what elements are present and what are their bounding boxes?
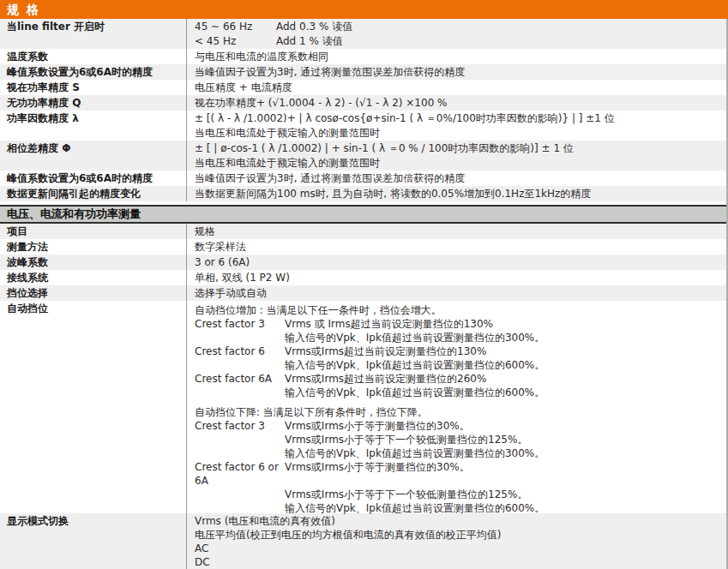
value-line: 45 ~ 66 Hz Add 0.3 % 读值 [195,20,723,34]
crest-factor-condition: Vrms或Irms超过当前设定测量挡位的130% [285,344,723,358]
page-title: 规 格 [7,3,40,16]
crest-factor-line: 输入信号的Vpk、Ipk值超过当前设置测量挡位的300%。 [195,331,723,344]
crest-factor-condition: Vrms或Irms小于等于下一个较低测量挡位的125%。 [285,433,723,446]
auto-range-down-title: 自动挡位下降: 当满足以下所有条件时，挡位下降。 [195,405,723,419]
crest-factor-condition: Vrms 或 Irms超过当前设定测量挡位的130% [285,317,723,331]
table-row: 温度系数 与电压和电流的温度系数相同 [0,49,728,64]
table-row: 峰值系数设置为6或6A时的精度 当峰值因子设置为3时, 通过将测量范围误差加倍获… [0,171,728,186]
row-value: 规格 [186,224,728,239]
row-value: 3 or 6 (6A) [186,255,728,270]
formula-text: ± [ | ø-cos-1 ( λ /1.0002) | + sin-1 ( λ… [195,141,723,156]
crest-factor-name: Crest factor 3 [195,419,285,433]
blank-line [195,399,723,405]
crest-factor-condition: 输入信号的Vpk、Ipk值超过当前设置测量挡位的600%。 [285,386,723,399]
row-value: 45 ~ 66 Hz Add 0.3 % 读值 < 45 Hz Add 1 % … [186,19,728,49]
table-row: 测量方法 数字采样法 [0,239,728,255]
row-value: ± [ | ø-cos-1 ( λ /1.0002) | + sin-1 ( λ… [186,141,728,171]
table-row: 挡位选择 选择手动或自动 [0,285,728,301]
row-value: 当峰值因子设置为3时, 通过将测量范围误差加倍获得的精度 [186,64,728,80]
crest-factor-condition: 输入信号的Vpk、Ipk值超过当前设置测量挡位的600%。 [285,358,723,372]
crest-factor-line: 输入信号的Vpk、Ipk值超过当前设置测量挡位的600%。 [195,386,723,399]
crest-factor-condition: Vrms或Irms超过当前设定测量挡位的260% [285,372,723,386]
row-value: 单相, 双线 (1 P2 W) [186,270,728,285]
crest-factor-condition: 输入信号的Vpk、Ipk值超过当前设置测量挡位的300%。 [285,331,723,344]
crest-factor-condition: Vrms或Irms小于等于测量挡位的30%。 [285,419,723,433]
crest-factor-line: Crest factor 6 Vrms或Irms超过当前设定测量挡位的130% [195,344,723,358]
row-value: 当峰值因子设置为3时, 通过将测量范围误差加倍获得的精度 [186,171,728,186]
display-mode-option: Vrms (电压和电流的真有效值) [195,514,723,528]
crest-factor-line: Crest factor 3 Vrms 或 Irms超过当前设定测量挡位的130… [195,317,723,331]
crest-factor-name: Crest factor 6 [195,344,285,358]
row-value: 与电压和电流的温度系数相同 [186,49,728,64]
row-label: 自动挡位 [0,301,186,316]
table-row: 相位差精度 Φ ± [ | ø-cos-1 ( λ /1.0002) | + s… [0,141,728,171]
formula-note: 当电压和电流处于额定输入的测量范围时 [195,156,723,171]
row-label: 峰值系数设置为6或6A时的精度 [0,171,186,186]
table-row: 接线系统 单相, 双线 (1 P2 W) [0,270,728,285]
crest-factor-line: Vrms或Irms小于等于下一个较低测量挡位的125%。 [195,488,723,501]
row-label: 温度系数 [0,49,186,64]
result-text: Add 0.3 % 读值 [276,20,352,34]
crest-factor-line: Crest factor 6 or 6A Vrms或Irms小于等于测量挡位的3… [195,460,723,488]
table-row: 视在功率精度 S 电压精度 + 电流精度 [0,80,728,95]
result-text: Add 1 % 读值 [276,34,343,49]
crest-factor-line: 输入信号的Vpk、Ipk值超过当前设置测量挡位的600%。 [195,358,723,372]
crest-factor-name [195,331,285,344]
crest-factor-condition: 输入信号的Vpk、Ipk值超过当前设置测量挡位的300%。 [285,446,723,460]
row-label: 数据更新间隔引起的精度变化 [0,186,186,201]
row-label: 项目 [0,224,186,239]
condition-text: 45 ~ 66 Hz [195,20,276,34]
row-value: 电压精度 + 电流精度 [186,80,728,95]
row-value: 当数据更新间隔为100 ms时, 且为自动时, 将读数的0.05%增加到0.1H… [186,186,728,201]
row-label: 功率因数精度 λ [0,111,186,126]
crest-factor-name [195,386,285,399]
crest-factor-line: Crest factor 6A Vrms或Irms超过当前设定测量挡位的260% [195,372,723,386]
formula-text: ± [( λ - λ /1.0002)+ | λ cosø-cos{ø+sin-… [195,111,723,126]
spec-table: 当line filter 开启时 45 ~ 66 Hz Add 0.3 % 读值… [0,19,728,201]
crest-factor-name: Crest factor 6A [195,372,285,386]
row-value: 选择手动或自动 [186,285,728,301]
display-mode-option: AC [195,542,723,555]
row-value: 视在功率精度+ (√1.0004 - λ 2) - (√1 - λ 2) ×10… [186,95,728,111]
row-value: 自动挡位增加 : 当满足以下任一条件时，挡位会增大。 Crest factor … [186,301,728,513]
crest-factor-name [195,358,285,372]
crest-factor-line: Vrms或Irms小于等于下一个较低测量挡位的125%。 [195,433,723,446]
auto-range-up-title: 自动挡位增加 : 当满足以下任一条件时，挡位会增大。 [195,303,723,317]
table-row: 无功功率精度 Q 视在功率精度+ (√1.0004 - λ 2) - (√1 -… [0,95,728,111]
row-label: 挡位选择 [0,285,186,301]
row-label: 测量方法 [0,239,186,255]
crest-factor-name: Crest factor 6 or 6A [195,460,285,488]
condition-text: < 45 Hz [195,34,276,49]
display-mode-option: DC [195,555,723,569]
crest-factor-line: Crest factor 3 Vrms或Irms小于等于测量挡位的30%。 [195,419,723,433]
row-label: 无功功率精度 Q [0,95,186,111]
table-row: 当line filter 开启时 45 ~ 66 Hz Add 0.3 % 读值… [0,19,728,49]
row-value: ± [( λ - λ /1.0002)+ | λ cosø-cos{ø+sin-… [186,111,728,141]
section-title: 电压、电流和有功功率测量 [7,207,141,220]
table-row: 波峰系数 3 or 6 (6A) [0,255,728,270]
manual-spec-page: 规 格 当line filter 开启时 45 ~ 66 Hz Add 0.3 … [0,0,728,569]
row-label: 视在功率精度 S [0,80,186,95]
display-mode-option: 电压平均值(校正到电压的均方根值和电流的真有效值的校正平均值) [195,528,723,542]
page-title-bar: 规 格 [0,0,728,19]
crest-factor-condition: Vrms或Irms小于等于下一个较低测量挡位的125%。 [285,488,723,501]
crest-factor-line: 输入信号的Vpk、Ipk值超过当前设置测量挡位的300%。 [195,446,723,460]
table-row: 功率因数精度 λ ± [( λ - λ /1.0002)+ | λ cosø-c… [0,111,728,141]
crest-factor-name: Crest factor 3 [195,317,285,331]
crest-factor-condition: Vrms或Irms小于等于测量挡位的30%。 [285,460,723,488]
measurement-table: 项目 规格 测量方法 数字采样法 波峰系数 3 or 6 (6A) 接线系统 单… [0,224,728,569]
display-mode-row: 显示模式切换 Vrms (电压和电流的真有效值) 电压平均值(校正到电压的均方根… [0,513,728,569]
table-row: 数据更新间隔引起的精度变化 当数据更新间隔为100 ms时, 且为自动时, 将读… [0,186,728,201]
row-value: 数字采样法 [186,239,728,255]
row-label: 显示模式切换 [0,513,186,529]
row-value: Vrms (电压和电流的真有效值) 电压平均值(校正到电压的均方根值和电流的真有… [186,513,728,569]
crest-factor-name [195,433,285,446]
auto-range-row: 自动挡位 自动挡位增加 : 当满足以下任一条件时，挡位会增大。 Crest fa… [0,301,728,513]
row-label: 峰值系数设置为6或6A时的精度 [0,64,186,80]
row-label: 波峰系数 [0,255,186,270]
section-header: 电压、电流和有功功率测量 [0,205,728,224]
crest-factor-name [195,488,285,501]
row-label: 当line filter 开启时 [0,19,186,34]
value-line: < 45 Hz Add 1 % 读值 [195,34,723,49]
crest-factor-name [195,446,285,460]
